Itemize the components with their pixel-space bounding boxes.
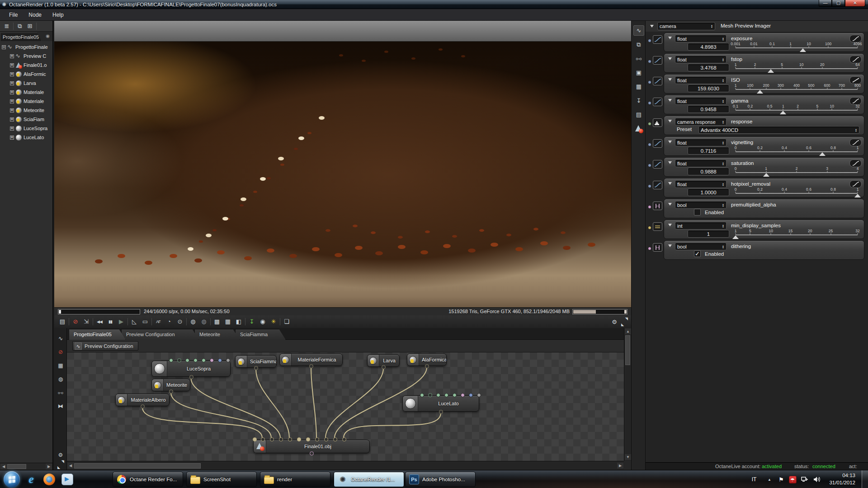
tree-expander-icon[interactable]: + <box>10 90 14 94</box>
slider-track[interactable] <box>736 89 858 90</box>
taskbar-button-screenshot[interactable]: ScreenShot <box>186 472 257 487</box>
grid-icon[interactable]: ▦ <box>633 81 644 92</box>
nodegraph-vscrollbar[interactable]: ▲ ▼ <box>624 328 631 461</box>
slider-track[interactable] <box>736 235 858 236</box>
pin-dot[interactable] <box>648 101 651 105</box>
param-type-dropdown[interactable]: camera response▲▼ <box>675 118 726 126</box>
settings-wrench-icon[interactable]: ⚙ <box>612 319 617 325</box>
node-input-pin[interactable] <box>210 358 214 362</box>
maximize-button[interactable]: ▢ <box>832 0 845 7</box>
tree-item-materiale[interactable]: +Materiale <box>0 97 52 106</box>
save-image-icon[interactable]: ↧ <box>246 317 257 327</box>
param-value-field[interactable]: 159.6030 <box>688 84 729 92</box>
minimize-button[interactable]: — <box>819 0 832 7</box>
node-output-pin[interactable] <box>254 366 258 370</box>
tree-item-lucelato[interactable]: +LuceLato <box>0 133 52 142</box>
taskbar-item-media-player[interactable] <box>60 472 75 487</box>
node-input-pin[interactable] <box>297 437 301 441</box>
param-slider[interactable]: 0.10.20.51251032 <box>736 104 858 114</box>
node-input-pin[interactable] <box>226 358 230 362</box>
sphere-mode-b-icon[interactable]: ◍ <box>198 317 209 327</box>
scroll-left-icon[interactable]: ◀ <box>67 463 74 469</box>
pin-dot[interactable] <box>648 247 651 250</box>
title-bar[interactable]: ✺ OctaneRender (1.0 beta 2.57) - C:\User… <box>0 0 868 9</box>
tree-item-materiale[interactable]: +Materiale <box>0 88 52 97</box>
node-type-mini-icon[interactable] <box>653 202 662 210</box>
graph-node-lucelato[interactable]: LuceLato <box>402 395 479 412</box>
param-type-dropdown[interactable]: float▲▼ <box>675 160 726 167</box>
param-slider[interactable]: 0.0010.010.11101004096 <box>736 42 858 52</box>
slider-track[interactable] <box>736 151 858 153</box>
node-input-pin[interactable] <box>177 358 181 362</box>
collapse-triangle-icon[interactable] <box>668 78 672 81</box>
taskbar-clock[interactable]: 04:13 31/01/2012 <box>829 472 855 486</box>
ruler-icon[interactable]: ◺ <box>129 317 140 327</box>
outliner-hscrollbar[interactable]: ◀ ▶ <box>0 463 52 470</box>
material-ball-icon[interactable]: ◍ <box>57 375 65 383</box>
tree-expander-icon[interactable]: + <box>10 136 14 140</box>
node-graph-canvas[interactable]: LuceSopraMeteoriteMaterialeAlberoSciaFia… <box>67 352 624 461</box>
node-output-pin[interactable] <box>439 410 443 414</box>
param-type-dropdown[interactable]: float▲▼ <box>675 97 726 105</box>
graph-node-meteorite[interactable]: Meteorite <box>151 379 190 391</box>
mesh-icon[interactable] <box>633 123 644 134</box>
node-output-pin[interactable] <box>169 389 173 394</box>
node-type-mini-icon[interactable] <box>653 222 662 231</box>
tree-expander-icon[interactable]: + <box>10 108 14 113</box>
param-slider[interactable]: 125102064 <box>736 62 858 72</box>
action-center-flag-icon[interactable]: ⚑ <box>777 470 786 488</box>
start-button[interactable] <box>4 471 20 488</box>
fullscreen-icon[interactable] <box>622 319 627 325</box>
restart-render-icon[interactable]: ◀◀ <box>94 317 105 327</box>
node-input-pin[interactable] <box>461 393 465 397</box>
collapse-triangle-icon[interactable] <box>650 25 654 28</box>
tree-expander-icon[interactable]: + <box>10 99 14 103</box>
tab-progettofinale05[interactable]: ProgettoFinale05 <box>69 329 126 340</box>
tree-expander-icon[interactable]: + <box>10 127 14 131</box>
slider-track[interactable] <box>736 110 858 111</box>
layers-icon[interactable]: ⧉ <box>633 39 644 50</box>
param-slider[interactable]: 151015202532 <box>736 229 858 239</box>
save-icon[interactable]: ↧ <box>633 95 644 106</box>
slider-track[interactable] <box>736 47 858 49</box>
alpha-half-icon[interactable]: ◧ <box>233 317 244 327</box>
node-input-pin[interactable] <box>477 393 481 397</box>
node-type-mini-icon[interactable] <box>653 160 662 169</box>
param-type-dropdown[interactable]: float▲▼ <box>675 139 726 146</box>
pin-dot[interactable] <box>648 39 651 42</box>
scroll-thumb[interactable] <box>625 335 630 365</box>
param-value-field[interactable]: 1.0000 <box>688 188 729 196</box>
pin-dot[interactable] <box>648 60 651 63</box>
node-input-pin[interactable] <box>428 393 432 397</box>
layers-filled-icon[interactable]: ⧉ <box>15 23 25 30</box>
pick-disable-icon[interactable]: ⊘ <box>70 317 81 327</box>
pin-dot[interactable] <box>648 164 651 167</box>
collapse-triangle-icon[interactable] <box>668 57 672 60</box>
node-type-mini-icon[interactable] <box>653 56 662 65</box>
clipboard-icon[interactable]: ❏ <box>281 317 292 327</box>
fit-view-icon[interactable]: ⇲ <box>81 317 92 327</box>
collapse-triangle-icon[interactable] <box>668 99 672 102</box>
menu-item-file[interactable]: File <box>4 10 23 20</box>
node-input-pin[interactable] <box>333 437 337 441</box>
node-input-pin[interactable] <box>342 437 346 441</box>
scroll-right-icon[interactable]: ▶ <box>617 463 623 469</box>
tab-meteorite[interactable]: Meteorite <box>194 329 240 340</box>
collapse-triangle-icon[interactable] <box>668 224 672 226</box>
taskbar-button-octanerender-1-[interactable]: ✺OctaneRender (1... <box>334 472 404 487</box>
slider-track[interactable] <box>736 193 858 194</box>
whitebalance-pick-icon[interactable]: ◔ <box>164 317 175 327</box>
param-type-dropdown[interactable]: bool▲▼ <box>675 243 726 250</box>
node-type-mini-icon[interactable] <box>653 243 662 252</box>
node-input-pin[interactable] <box>306 437 310 441</box>
param-type-dropdown[interactable]: int▲▼ <box>675 222 726 230</box>
tree-item-larva[interactable]: +Larva <box>0 79 52 88</box>
tab-sciafiamma[interactable]: SciaFiamma <box>235 329 286 340</box>
render-viewport-image[interactable] <box>54 42 631 307</box>
taskbar-item-internet-explorer[interactable]: e <box>24 472 39 487</box>
tree-expander-icon[interactable]: + <box>10 117 14 122</box>
param-value-field[interactable]: 1 <box>688 230 729 238</box>
tab-preview-configuration[interactable]: Preview Configuration <box>121 329 199 340</box>
collapse-triangle-icon[interactable] <box>668 141 672 143</box>
param-value-field[interactable]: 0.9888 <box>688 168 729 175</box>
